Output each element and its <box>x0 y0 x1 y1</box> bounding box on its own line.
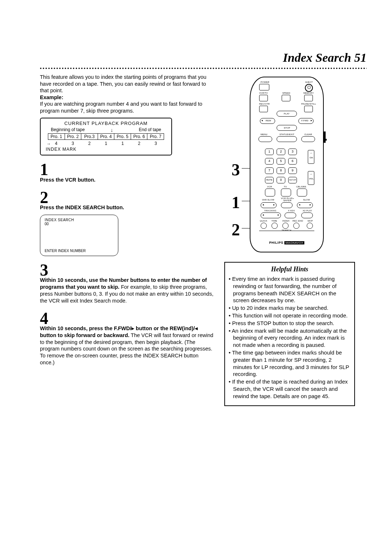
helpful-hints-box: Helpful Hints Every time an index mark i… <box>224 262 355 406</box>
clear-button[interactable] <box>301 136 315 142</box>
hints-title: Helpful Hints <box>229 266 351 273</box>
slow-button[interactable]: ◂▸ <box>297 202 313 208</box>
step-4-number: 4 <box>40 311 214 326</box>
vcrplus-label: VCR PLUS+ ENTER <box>281 197 294 202</box>
callout-3: 3 <box>232 160 240 179</box>
quick-label: QUICK <box>260 220 268 222</box>
quick-button[interactable] <box>261 223 267 229</box>
num-1-button[interactable]: 1 <box>265 149 274 155</box>
prog-cell: Pro. 4 <box>98 134 115 139</box>
skip-button[interactable] <box>307 223 313 229</box>
recotr-label: REC/OTR <box>259 103 270 105</box>
example-label: Example: <box>40 94 63 100</box>
prog-cell: Pro. 7 <box>147 134 164 139</box>
play-button[interactable] <box>277 111 297 117</box>
clear-label: CLEAR <box>304 133 312 135</box>
hint-item: The time gap between index marks should … <box>233 349 351 378</box>
cbldbs-button[interactable] <box>297 189 307 197</box>
hint-item: This function will not operate in record… <box>233 312 351 319</box>
num-3-button[interactable]: 3 <box>288 149 297 155</box>
memory-label: MEMORY <box>303 92 314 94</box>
step-4-text: Within 10 seconds, press the F.FWD/▸ but… <box>40 325 214 366</box>
intro-text: This feature allows you to index the sta… <box>40 74 214 94</box>
hint-item: Press the STOP button to stop the search… <box>233 320 351 327</box>
x2-label: X2 PLAY <box>303 210 312 212</box>
fadv-button[interactable] <box>285 212 296 218</box>
ffwd-button[interactable]: ▸ <box>298 118 314 124</box>
count-cell: 1 <box>114 141 131 146</box>
remote-control: POWER EJECT VCR/TV SPEED MEMORY REC/OTR … <box>250 77 324 252</box>
status-button[interactable] <box>277 136 297 142</box>
fadv-label: F.ADV <box>288 210 295 212</box>
rew-button[interactable]: ◂ <box>260 118 275 124</box>
stop-button[interactable] <box>277 125 297 131</box>
memory-button[interactable] <box>304 95 313 101</box>
vcrplus-button[interactable] <box>281 202 293 208</box>
num-5-button[interactable]: 5 <box>277 158 285 165</box>
tape-diagram: CURRENT PLAYBACK PROGRAM Beginning of ta… <box>40 118 172 155</box>
count-cell: 2 <box>81 141 98 146</box>
varslow-label: VAR.SLOW <box>262 199 274 201</box>
osd-box: INDEX SEARCH 00 ENTER INDEX NUMBER <box>40 215 118 256</box>
hint-item: Every time an index mark is passed durin… <box>233 275 351 304</box>
step-2-text: Press the INDEX SEARCH button. <box>40 204 214 211</box>
down-arrow-icon: ↓ <box>111 127 113 133</box>
speed-button[interactable] <box>282 95 290 101</box>
time-label: TIME <box>271 220 277 222</box>
time-button[interactable] <box>271 223 278 229</box>
num-7-button[interactable]: 7 <box>265 167 274 174</box>
vol-label: VOL. <box>309 178 314 180</box>
eject-label: EJECT <box>305 81 313 83</box>
num-4-button[interactable]: 4 <box>265 158 274 165</box>
eject-button[interactable] <box>305 84 313 92</box>
num-2-button[interactable]: 2 <box>277 149 285 155</box>
hint-item: An index mark will be made automatically… <box>233 327 351 349</box>
index-label: INDEX <box>282 220 290 222</box>
num-9-button[interactable]: 9 <box>288 167 297 174</box>
mute-button[interactable]: MUTE <box>265 177 274 183</box>
num-6-button[interactable]: 6 <box>288 158 297 165</box>
status-label: STATUS/EXIT <box>279 133 294 135</box>
vcrtv-label: VCR/TV <box>259 92 268 94</box>
count-cell: 3 <box>65 141 81 146</box>
x2-button[interactable] <box>301 212 313 218</box>
recend-button[interactable] <box>293 223 299 229</box>
varslow-button[interactable]: ◂▸ <box>261 202 277 208</box>
count-cell: 3 <box>147 141 164 146</box>
index-search-button[interactable] <box>282 223 289 229</box>
hint-item: Up to 20 index marks may be searched. <box>233 304 351 312</box>
menu-label: MENU <box>261 133 268 135</box>
speed-label: SPEED <box>282 92 290 94</box>
vcrtv-button[interactable] <box>259 95 268 101</box>
altch-button[interactable]: ALT.CH <box>288 177 297 183</box>
callout-1: 1 <box>232 193 240 212</box>
tracking-label: TRACKING <box>264 210 276 212</box>
power-button[interactable] <box>259 84 269 90</box>
search-line <box>259 231 314 231</box>
hint-item: If the end of the tape is reached during… <box>233 378 351 400</box>
callout-2: 2 <box>232 220 240 239</box>
num-8-button[interactable]: 8 <box>277 167 285 174</box>
osd-value: 00 <box>45 222 114 226</box>
recotr-button[interactable] <box>259 106 268 112</box>
diagram-end: End of tape <box>139 127 161 133</box>
diagram-header: CURRENT PLAYBACK PROGRAM <box>41 121 171 126</box>
tv-label: TV <box>284 186 287 188</box>
prog-cell: Pro. 2 <box>65 134 82 139</box>
step-1-number: 1 <box>40 162 214 177</box>
skip-label: SKIP <box>307 220 313 222</box>
prog-cell: Pro. 1 <box>48 134 65 139</box>
vcr-button[interactable] <box>265 189 275 197</box>
page-title: Index Search 51 <box>40 51 367 65</box>
pause-label: PAUSE/STILL <box>301 103 316 105</box>
diagram-begin: Beginning of tape <box>51 127 85 133</box>
brand: PHILIPSMAGNAVOX <box>269 241 304 244</box>
tv-button[interactable] <box>281 189 291 197</box>
tracking-button[interactable]: ◂▸ <box>261 212 281 218</box>
num-0-button[interactable]: 0 <box>277 177 285 183</box>
menu-button[interactable] <box>258 136 272 142</box>
step-3-text: Within 10 seconds, use the Number button… <box>40 277 214 304</box>
divider-dots: ••••••••••••••••••••••••••••••••••••••••… <box>40 65 367 71</box>
pause-button[interactable] <box>304 106 313 112</box>
osd-prompt: ENTER INDEX NUMBER <box>45 249 86 253</box>
